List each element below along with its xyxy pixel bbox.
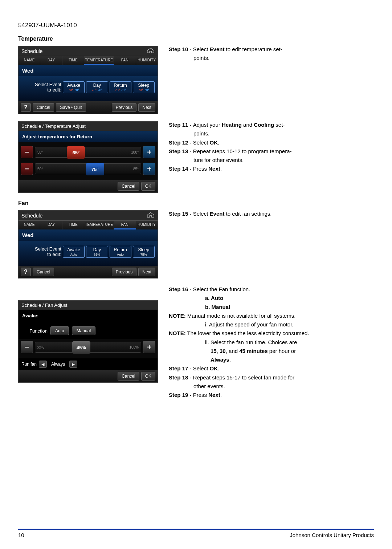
tab-humidity[interactable]: HUMIDITY xyxy=(136,221,158,229)
adjust-label: Adjust temperatures for Return xyxy=(19,131,158,142)
step16ii-a: ii. Select the fan run time. Choices are xyxy=(169,339,374,346)
heat-decrease-button[interactable]: − xyxy=(21,146,33,158)
temperature-adjust-panel: Schedule / Temperature Adjust Adjust tem… xyxy=(18,121,158,193)
day-label: Wed xyxy=(19,229,158,241)
heat-min-label: 50° xyxy=(37,150,43,154)
heat-max-label: 100° xyxy=(131,150,139,154)
step15-label: Step 15 - xyxy=(169,211,193,217)
note2: NOTE: The lower the speed the less elect… xyxy=(169,330,374,337)
step13-cont: ture for other events. xyxy=(169,156,374,164)
tab-time[interactable]: TIME xyxy=(62,221,84,229)
tab-name[interactable]: NAME xyxy=(19,56,40,65)
heat-slider-track[interactable]: 50° 100° 65° xyxy=(35,147,141,158)
fan-slider-track[interactable]: xx% 100% 45% xyxy=(35,342,141,353)
home-icon[interactable] xyxy=(147,48,155,54)
step16-label: Step 16 - xyxy=(169,286,193,292)
tab-humidity[interactable]: HUMIDITY xyxy=(136,56,158,65)
panel-title: Schedule xyxy=(21,213,42,219)
step11-label: Step 11 - xyxy=(169,122,193,128)
function-manual-button[interactable]: Manual xyxy=(72,326,95,335)
tab-name[interactable]: NAME xyxy=(19,221,40,229)
next-button[interactable]: Next xyxy=(138,268,155,276)
help-button[interactable]: ? xyxy=(21,268,31,276)
event-return[interactable]: Return73° 70° xyxy=(110,81,131,93)
heat-slider-thumb[interactable]: 65° xyxy=(67,146,85,159)
home-icon[interactable] xyxy=(147,212,155,219)
fan-max-label: 100% xyxy=(129,345,139,349)
step16a: a. Auto xyxy=(169,294,374,302)
step12-label: Step 12 - xyxy=(169,139,193,146)
fan-increase-button[interactable]: + xyxy=(143,341,155,353)
previous-button[interactable]: Previous xyxy=(112,103,137,112)
runfan-label: Run fan xyxy=(21,362,37,367)
step13-label: Step 13 - xyxy=(169,148,193,154)
step19-label: Step 19 - xyxy=(169,392,193,398)
help-button[interactable]: ? xyxy=(21,103,31,112)
next-button[interactable]: Next xyxy=(138,103,155,112)
document-id: 542937-UUM-A-1010 xyxy=(18,22,374,29)
runfan-value: Always xyxy=(49,362,67,367)
cancel-button[interactable]: Cancel xyxy=(118,372,139,381)
step17-label: Step 17 - xyxy=(169,365,193,371)
step16ii-b: 15, 30, and 45 minutes per hour or xyxy=(169,347,374,355)
tab-fan[interactable]: FAN xyxy=(114,221,136,229)
step11-cont: points. xyxy=(169,130,374,137)
fan-slider-thumb[interactable]: 45% xyxy=(72,341,90,354)
panel-title: Schedule / Fan Adjust xyxy=(19,301,158,310)
ok-button[interactable]: OK xyxy=(141,372,155,381)
schedule-fan-panel: Schedule NAME DAY TIME TEMPERATURE FAN H… xyxy=(18,210,158,278)
note1: NOTE: Manual mode is not available for a… xyxy=(169,312,374,320)
tab-row: NAME DAY TIME TEMPERATURE FAN HUMIDITY xyxy=(19,56,158,65)
step16i: i. Adjust the speed of your fan motor. xyxy=(169,321,374,328)
function-auto-button[interactable]: Auto xyxy=(50,326,69,335)
event-day[interactable]: Day85% xyxy=(86,246,108,258)
select-event-label: Select Eventto edit: xyxy=(21,81,61,93)
cool-slider-thumb[interactable]: 75° xyxy=(86,163,104,175)
cancel-button[interactable]: Cancel xyxy=(33,103,54,112)
event-awake[interactable]: AwakeAuto xyxy=(63,246,85,258)
cancel-button[interactable]: Cancel xyxy=(33,268,54,276)
schedule-temperature-panel: Schedule NAME DAY TIME TEMPERATURE FAN H… xyxy=(18,46,158,114)
save-quit-button[interactable]: Save • Quit xyxy=(56,103,86,112)
cool-min-label: 50° xyxy=(37,167,43,171)
fan-adjust-panel: Schedule / Fan Adjust Awake: Function Au… xyxy=(18,300,158,383)
step18-label: Step 18 - xyxy=(169,374,193,381)
day-label: Wed xyxy=(19,65,158,76)
tab-temperature[interactable]: TEMPERATURE xyxy=(84,221,114,229)
step16ii-c: Always. xyxy=(169,356,374,363)
cool-increase-button[interactable]: + xyxy=(143,163,155,175)
function-label: Function xyxy=(22,328,48,334)
section-temperature-title: Temperature xyxy=(18,36,374,42)
tab-temperature[interactable]: TEMPERATURE xyxy=(84,56,114,65)
fan-min-label: xx% xyxy=(37,345,44,349)
step18-cont: other events. xyxy=(169,383,374,390)
tab-day[interactable]: DAY xyxy=(40,221,62,229)
event-day[interactable]: Day73° 70° xyxy=(86,81,108,93)
runfan-next-button[interactable]: ▶ xyxy=(69,361,77,368)
ok-button[interactable]: OK xyxy=(141,182,155,191)
event-awake[interactable]: Awake73° 70° xyxy=(63,81,85,93)
previous-button[interactable]: Previous xyxy=(112,268,137,276)
tab-fan[interactable]: FAN xyxy=(114,56,136,65)
tab-row: NAME DAY TIME TEMPERATURE FAN HUMIDITY xyxy=(19,221,158,229)
heat-increase-button[interactable]: + xyxy=(143,146,155,158)
cool-slider-track[interactable]: 50° 85° 75° xyxy=(35,163,141,174)
event-sleep[interactable]: Sleep75% xyxy=(133,246,155,258)
tab-day[interactable]: DAY xyxy=(40,56,62,65)
panel-title: Schedule / Temperature Adjust xyxy=(19,122,158,131)
section-fan-title: Fan xyxy=(18,200,374,207)
event-return[interactable]: ReturnAuto xyxy=(110,246,131,258)
step10-label: Step 10 - xyxy=(169,46,193,52)
step10-cont: points. xyxy=(169,54,374,62)
cool-decrease-button[interactable]: − xyxy=(21,163,33,175)
step16b: b. Manual xyxy=(169,304,374,311)
tab-time[interactable]: TIME xyxy=(62,56,84,65)
cancel-button[interactable]: Cancel xyxy=(118,182,139,191)
step14-label: Step 14 - xyxy=(169,166,193,172)
runfan-prev-button[interactable]: ◀ xyxy=(39,361,47,368)
select-event-label: Select Eventto edit: xyxy=(21,246,61,257)
panel-title: Schedule xyxy=(21,48,42,54)
fan-decrease-button[interactable]: − xyxy=(21,341,33,353)
awake-label: Awake: xyxy=(19,310,158,321)
event-sleep[interactable]: Sleep73° 70° xyxy=(133,81,155,93)
